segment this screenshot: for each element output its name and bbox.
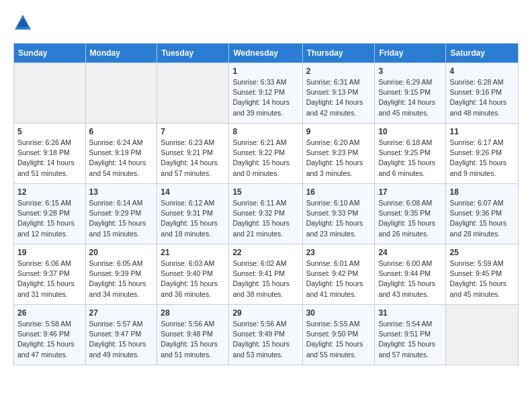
day-info: Sunrise: 5:54 AM Sunset: 9:51 PM Dayligh…: [378, 319, 442, 360]
calendar-cell: 30Sunrise: 5:55 AM Sunset: 9:50 PM Dayli…: [302, 305, 375, 365]
day-info: Sunrise: 6:17 AM Sunset: 9:26 PM Dayligh…: [449, 138, 515, 179]
day-info: Sunrise: 6:24 AM Sunset: 9:19 PM Dayligh…: [89, 138, 154, 179]
day-info: Sunrise: 6:15 AM Sunset: 9:28 PM Dayligh…: [17, 198, 82, 239]
calendar-cell: 19Sunrise: 6:06 AM Sunset: 9:37 PM Dayli…: [14, 244, 86, 305]
calendar-cell: 22Sunrise: 6:02 AM Sunset: 9:41 PM Dayli…: [229, 244, 302, 305]
calendar-cell: 27Sunrise: 5:57 AM Sunset: 9:47 PM Dayli…: [85, 305, 157, 365]
day-info: Sunrise: 5:55 AM Sunset: 9:50 PM Dayligh…: [306, 319, 371, 360]
calendar-week-row: 1Sunrise: 6:33 AM Sunset: 9:12 PM Daylig…: [14, 63, 519, 124]
day-number: 6: [89, 127, 154, 136]
calendar-cell: 8Sunrise: 6:21 AM Sunset: 9:22 PM Daylig…: [229, 124, 302, 184]
day-number: 14: [161, 187, 225, 197]
calendar-cell: [157, 63, 229, 124]
day-number: 7: [161, 127, 225, 136]
weekday-row: SundayMondayTuesdayWednesdayThursdayFrid…: [14, 44, 519, 63]
calendar-cell: 21Sunrise: 6:03 AM Sunset: 9:40 PM Dayli…: [157, 244, 229, 305]
day-number: 3: [378, 66, 442, 76]
calendar-week-row: 19Sunrise: 6:06 AM Sunset: 9:37 PM Dayli…: [14, 244, 519, 305]
calendar-cell: 20Sunrise: 6:05 AM Sunset: 9:39 PM Dayli…: [85, 244, 157, 305]
calendar-cell: 25Sunrise: 5:59 AM Sunset: 9:45 PM Dayli…: [446, 244, 519, 305]
day-number: 19: [17, 248, 82, 257]
calendar-week-row: 12Sunrise: 6:15 AM Sunset: 9:28 PM Dayli…: [14, 184, 519, 244]
day-info: Sunrise: 6:12 AM Sunset: 9:31 PM Dayligh…: [161, 198, 225, 239]
calendar-cell: 17Sunrise: 6:08 AM Sunset: 9:35 PM Dayli…: [375, 184, 446, 244]
weekday-header: Tuesday: [157, 44, 229, 63]
calendar-cell: 14Sunrise: 6:12 AM Sunset: 9:31 PM Dayli…: [157, 184, 229, 244]
calendar-cell: 23Sunrise: 6:01 AM Sunset: 9:42 PM Dayli…: [302, 244, 375, 305]
weekday-header: Sunday: [14, 44, 86, 63]
calendar-cell: 4Sunrise: 6:28 AM Sunset: 9:16 PM Daylig…: [446, 63, 519, 124]
day-info: Sunrise: 6:11 AM Sunset: 9:32 PM Dayligh…: [232, 198, 298, 239]
day-info: Sunrise: 6:26 AM Sunset: 9:18 PM Dayligh…: [17, 138, 82, 179]
logo: [13, 13, 35, 32]
logo-icon: [13, 13, 32, 32]
day-number: 17: [378, 187, 442, 197]
calendar-week-row: 26Sunrise: 5:58 AM Sunset: 9:46 PM Dayli…: [14, 305, 519, 365]
calendar-cell: 6Sunrise: 6:24 AM Sunset: 9:19 PM Daylig…: [85, 124, 157, 184]
day-info: Sunrise: 6:00 AM Sunset: 9:44 PM Dayligh…: [378, 259, 442, 300]
day-info: Sunrise: 6:20 AM Sunset: 9:23 PM Dayligh…: [306, 138, 371, 179]
day-number: 10: [378, 127, 442, 136]
day-number: 4: [449, 66, 515, 76]
calendar-cell: 1Sunrise: 6:33 AM Sunset: 9:12 PM Daylig…: [229, 63, 302, 124]
day-info: Sunrise: 6:23 AM Sunset: 9:21 PM Dayligh…: [161, 138, 225, 179]
day-number: 2: [306, 66, 371, 76]
calendar-week-row: 5Sunrise: 6:26 AM Sunset: 9:18 PM Daylig…: [14, 124, 519, 184]
day-number: 25: [449, 248, 515, 257]
day-info: Sunrise: 6:29 AM Sunset: 9:15 PM Dayligh…: [378, 77, 442, 118]
calendar-cell: 18Sunrise: 6:07 AM Sunset: 9:36 PM Dayli…: [446, 184, 519, 244]
day-info: Sunrise: 5:57 AM Sunset: 9:47 PM Dayligh…: [89, 319, 154, 360]
day-number: 26: [17, 308, 82, 318]
day-number: 23: [306, 248, 371, 257]
day-info: Sunrise: 6:08 AM Sunset: 9:35 PM Dayligh…: [378, 198, 442, 239]
day-info: Sunrise: 6:21 AM Sunset: 9:22 PM Dayligh…: [232, 138, 298, 179]
day-info: Sunrise: 5:59 AM Sunset: 9:45 PM Dayligh…: [449, 259, 515, 300]
day-number: 5: [17, 127, 82, 136]
day-number: 1: [232, 66, 298, 76]
calendar-cell: 5Sunrise: 6:26 AM Sunset: 9:18 PM Daylig…: [14, 124, 86, 184]
calendar-cell: 10Sunrise: 6:18 AM Sunset: 9:25 PM Dayli…: [375, 124, 446, 184]
day-number: 31: [378, 308, 442, 318]
day-info: Sunrise: 6:01 AM Sunset: 9:42 PM Dayligh…: [306, 259, 371, 300]
day-info: Sunrise: 6:10 AM Sunset: 9:33 PM Dayligh…: [306, 198, 371, 239]
day-number: 30: [306, 308, 371, 318]
page-header: [13, 13, 519, 32]
calendar-cell: [85, 63, 157, 124]
weekday-header: Wednesday: [229, 44, 302, 63]
day-number: 18: [449, 187, 515, 197]
day-number: 8: [232, 127, 298, 136]
day-number: 21: [161, 248, 225, 257]
calendar-table: SundayMondayTuesdayWednesdayThursdayFrid…: [13, 43, 519, 365]
day-number: 11: [449, 127, 515, 136]
weekday-header: Saturday: [446, 44, 519, 63]
calendar-cell: 12Sunrise: 6:15 AM Sunset: 9:28 PM Dayli…: [14, 184, 86, 244]
day-info: Sunrise: 6:02 AM Sunset: 9:41 PM Dayligh…: [232, 259, 298, 300]
calendar-cell: [14, 63, 86, 124]
calendar-cell: 31Sunrise: 5:54 AM Sunset: 9:51 PM Dayli…: [375, 305, 446, 365]
day-info: Sunrise: 6:33 AM Sunset: 9:12 PM Dayligh…: [232, 77, 298, 118]
day-info: Sunrise: 6:06 AM Sunset: 9:37 PM Dayligh…: [17, 259, 82, 300]
day-number: 15: [232, 187, 298, 197]
day-number: 16: [306, 187, 371, 197]
calendar-cell: 11Sunrise: 6:17 AM Sunset: 9:26 PM Dayli…: [446, 124, 519, 184]
day-info: Sunrise: 6:07 AM Sunset: 9:36 PM Dayligh…: [449, 198, 515, 239]
day-info: Sunrise: 6:05 AM Sunset: 9:39 PM Dayligh…: [89, 259, 154, 300]
day-info: Sunrise: 6:14 AM Sunset: 9:29 PM Dayligh…: [89, 198, 154, 239]
day-number: 12: [17, 187, 82, 197]
day-number: 13: [89, 187, 154, 197]
calendar-cell: 29Sunrise: 5:56 AM Sunset: 9:49 PM Dayli…: [229, 305, 302, 365]
day-number: 9: [306, 127, 371, 136]
weekday-header: Monday: [85, 44, 157, 63]
calendar-cell: [446, 305, 519, 365]
calendar-cell: 3Sunrise: 6:29 AM Sunset: 9:15 PM Daylig…: [375, 63, 446, 124]
day-number: 27: [89, 308, 154, 318]
day-number: 29: [232, 308, 298, 318]
calendar-cell: 15Sunrise: 6:11 AM Sunset: 9:32 PM Dayli…: [229, 184, 302, 244]
day-number: 20: [89, 248, 154, 257]
calendar-body: 1Sunrise: 6:33 AM Sunset: 9:12 PM Daylig…: [14, 63, 519, 365]
weekday-header: Thursday: [302, 44, 375, 63]
calendar-cell: 7Sunrise: 6:23 AM Sunset: 9:21 PM Daylig…: [157, 124, 229, 184]
day-info: Sunrise: 6:03 AM Sunset: 9:40 PM Dayligh…: [161, 259, 225, 300]
day-info: Sunrise: 6:28 AM Sunset: 9:16 PM Dayligh…: [449, 77, 515, 118]
calendar-cell: 9Sunrise: 6:20 AM Sunset: 9:23 PM Daylig…: [302, 124, 375, 184]
